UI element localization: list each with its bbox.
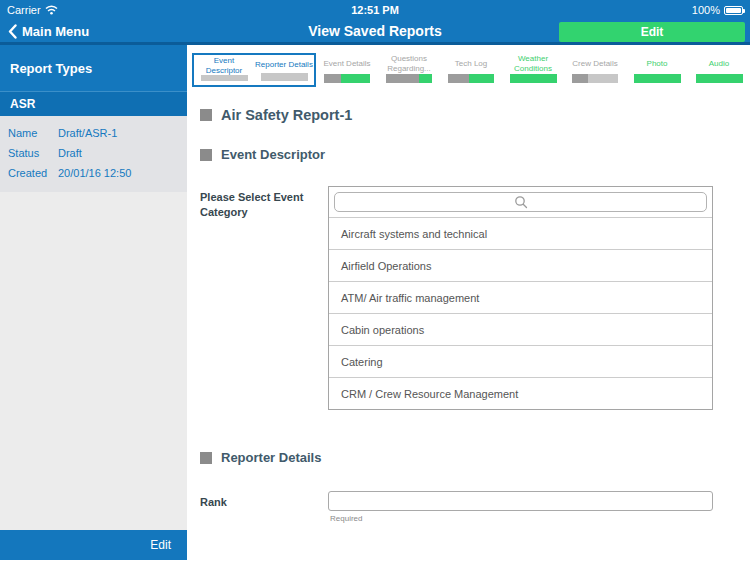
status-bar: Carrier 12:51 PM 100%	[0, 0, 750, 20]
category-option-airfield-operations[interactable]: Airfield Operations	[329, 249, 712, 281]
category-option-cabin-operations[interactable]: Cabin operations	[329, 313, 712, 345]
tab-strip: Event DescriptorReporter Details Event D…	[187, 45, 750, 87]
progress-segment	[588, 74, 619, 83]
tab-progress-bar	[510, 74, 557, 83]
event-category-row: Please Select Event Category Aircraft sy…	[200, 186, 713, 410]
event-category-dropdown: Aircraft systems and technicalAirfield O…	[328, 186, 713, 410]
progress-segment	[261, 73, 308, 81]
report-info-row: Created20/01/16 12:50	[0, 163, 187, 183]
sidebar-item-asr[interactable]: ASR	[0, 91, 187, 116]
rank-label: Rank	[200, 491, 328, 523]
tab-label: Event Details	[323, 54, 370, 73]
required-note: Required	[328, 514, 713, 523]
event-descriptor-heading: Event Descriptor	[200, 147, 713, 162]
tab-progress-bar	[386, 74, 433, 83]
info-value: Draft/ASR-1	[58, 127, 117, 139]
info-label: Status	[8, 147, 58, 159]
tab-event-descriptor[interactable]: Event Descriptor	[194, 55, 254, 85]
info-label: Name	[8, 127, 58, 139]
progress-segment	[448, 74, 469, 83]
event-category-label: Please Select Event Category	[200, 186, 328, 410]
edit-report-button[interactable]: Edit	[559, 22, 745, 42]
tab-progress-bar	[324, 74, 371, 83]
reporter-details-heading: Reporter Details	[200, 450, 713, 465]
tab-group: Event DescriptorReporter Details	[192, 53, 316, 87]
info-value: 20/01/16 12:50	[58, 167, 131, 179]
progress-segment	[696, 74, 743, 83]
report-content: Air Safety Report-1 Event Descriptor Ple…	[187, 87, 750, 523]
tab-progress-bar	[448, 74, 495, 83]
tab-questions-regarding[interactable]: Questions Regarding...	[378, 53, 440, 87]
progress-segment	[386, 74, 420, 83]
clock: 12:51 PM	[0, 4, 750, 16]
progress-segment	[572, 74, 588, 83]
nav-bar: Main Menu View Saved Reports Edit	[0, 20, 750, 45]
sidebar-edit-button[interactable]: Edit	[0, 530, 187, 560]
progress-segment	[419, 74, 432, 83]
category-option-crm-crew-resource-management[interactable]: CRM / Crew Resource Management	[329, 377, 712, 409]
tab-progress-bar	[572, 74, 619, 83]
main-panel: Event DescriptorReporter Details Event D…	[187, 45, 750, 560]
tab-progress-bar	[634, 74, 681, 83]
section-title: Reporter Details	[221, 450, 321, 465]
tab-weather-conditions[interactable]: Weather Conditions	[502, 53, 564, 87]
report-info-row: StatusDraft	[0, 143, 187, 163]
tab-reporter-details[interactable]: Reporter Details	[254, 55, 314, 85]
rank-input[interactable]	[328, 491, 713, 511]
progress-segment	[510, 74, 557, 83]
battery-icon	[724, 6, 743, 15]
tab-label: Photo	[647, 54, 668, 73]
tab-audio[interactable]: Audio	[688, 53, 750, 87]
section-title: Event Descriptor	[221, 147, 325, 162]
progress-segment	[324, 74, 342, 83]
category-option-catering[interactable]: Catering	[329, 345, 712, 377]
tab-tech-log[interactable]: Tech Log	[440, 53, 502, 87]
search-icon	[514, 195, 528, 209]
category-search-input[interactable]	[334, 192, 707, 212]
progress-segment	[634, 74, 681, 83]
app-window: Carrier 12:51 PM 100% Main Menu View Sav…	[0, 0, 750, 563]
tab-progress-bar	[261, 73, 308, 81]
square-bullet-icon	[200, 452, 212, 464]
info-value: Draft	[58, 147, 82, 159]
sidebar-header: Report Types	[0, 45, 187, 91]
tab-label: Tech Log	[455, 54, 487, 73]
category-option-aircraft-systems-and-technical[interactable]: Aircraft systems and technical	[329, 217, 712, 249]
tab-label: Audio	[709, 54, 729, 73]
rank-row: Rank Required	[200, 491, 713, 523]
tab-progress-bar	[201, 75, 248, 81]
report-info-panel: NameDraft/ASR-1StatusDraftCreated20/01/1…	[0, 116, 187, 192]
progress-segment	[469, 74, 495, 83]
sidebar: Report Types ASR NameDraft/ASR-1StatusDr…	[0, 45, 187, 560]
tab-progress-bar	[696, 74, 743, 83]
tab-label: Crew Details	[572, 54, 617, 73]
progress-segment	[341, 74, 370, 83]
category-option-list: Aircraft systems and technicalAirfield O…	[329, 217, 712, 409]
report-info-row: NameDraft/ASR-1	[0, 123, 187, 143]
info-label: Created	[8, 167, 58, 179]
tab-label: Weather Conditions	[503, 54, 563, 73]
tab-crew-details[interactable]: Crew Details	[564, 53, 626, 87]
tab-label: Questions Regarding...	[379, 54, 439, 73]
tab-photo[interactable]: Photo	[626, 53, 688, 87]
battery-percent: 100%	[692, 4, 720, 16]
category-option-atm-air-traffic-management[interactable]: ATM/ Air traffic management	[329, 281, 712, 313]
tab-label: Event Descriptor	[195, 56, 253, 75]
back-button[interactable]: Main Menu	[0, 24, 89, 39]
square-bullet-icon	[200, 109, 212, 121]
tab-label: Reporter Details	[255, 56, 313, 73]
back-label: Main Menu	[22, 24, 89, 39]
chevron-left-icon	[8, 24, 17, 39]
report-title: Air Safety Report-1	[221, 107, 352, 123]
progress-segment	[201, 75, 248, 81]
tab-event-details[interactable]: Event Details	[316, 53, 378, 87]
square-bullet-icon	[200, 149, 212, 161]
report-title-heading: Air Safety Report-1	[200, 107, 713, 123]
